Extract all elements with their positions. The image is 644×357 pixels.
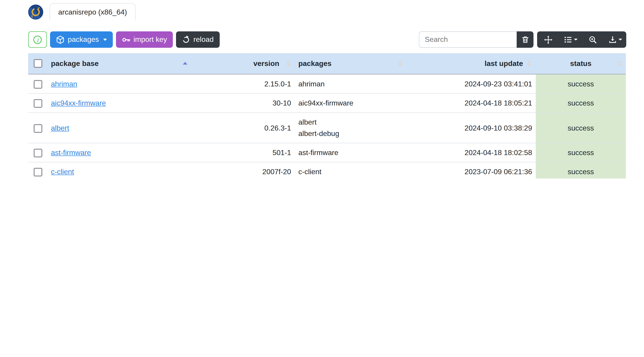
package-version-cell: 2007f-20 <box>191 162 295 178</box>
import-key-button-label: import key <box>134 36 167 44</box>
search-input[interactable] <box>419 32 517 48</box>
zoom-in-icon <box>588 35 597 44</box>
package-name: aic94xx-firmware <box>298 97 403 109</box>
arrows-move-icon <box>544 35 552 44</box>
reload-button-label: reload <box>194 36 214 44</box>
row-checkbox[interactable] <box>34 149 42 158</box>
last-update-cell: 2024-09-10 03:38:29 <box>406 112 536 143</box>
package-name: ahriman <box>298 78 403 90</box>
trash-icon <box>521 36 529 44</box>
column-label: version <box>253 59 279 67</box>
row-select-cell <box>28 112 47 143</box>
last-update-cell: 2024-09-23 03:41:01 <box>406 74 536 94</box>
table-controls-group <box>537 32 626 48</box>
packages-cell: ahriman <box>295 74 406 94</box>
package-base-cell: ast-firmware <box>47 143 191 162</box>
row-select-cell <box>28 162 47 178</box>
status-badge: success <box>536 74 626 94</box>
sort-icon <box>398 61 402 66</box>
column-label: packages <box>298 59 332 67</box>
package-base-link[interactable]: c-client <box>51 168 74 176</box>
column-header-status[interactable]: status <box>536 53 626 74</box>
reload-button[interactable]: reload <box>176 32 220 48</box>
list-columns-icon <box>564 36 572 44</box>
app-logo-icon <box>28 4 43 19</box>
reload-icon <box>182 36 190 44</box>
key-icon <box>122 35 130 44</box>
row-select-cell <box>28 143 47 162</box>
clear-filters-button[interactable] <box>517 32 534 48</box>
sort-ascending-icon <box>183 62 188 64</box>
row-checkbox[interactable] <box>34 168 42 177</box>
package-base-link[interactable]: aic94xx-firmware <box>51 99 106 107</box>
sort-icon <box>528 61 531 66</box>
package-base-link[interactable]: ahriman <box>51 80 77 88</box>
packages-cell: c-client <box>295 162 406 178</box>
package-base-cell: c-client <box>47 162 191 178</box>
package-version-cell: 30-10 <box>191 94 295 112</box>
chevron-down-icon <box>574 39 577 40</box>
row-checkbox[interactable] <box>34 80 42 89</box>
packages-dropdown-button[interactable]: packages <box>50 32 112 48</box>
table-row: aic94xx-firmware30-10aic94xx-firmware202… <box>28 94 626 112</box>
toolbar: i packages import key reload <box>28 32 626 48</box>
package-base-cell: albert <box>47 112 191 143</box>
packages-cell: albertalbert-debug <box>295 112 406 143</box>
packages-cell: aic94xx-firmware <box>295 94 406 112</box>
row-checkbox[interactable] <box>34 99 42 108</box>
row-select-cell <box>28 74 47 94</box>
repo-tab[interactable]: arcanisrepo (x86_64) <box>50 3 136 20</box>
column-label: last update <box>484 59 523 67</box>
packages-table: package base version packages last updat… <box>28 53 626 178</box>
package-version-cell: 501-1 <box>191 143 295 162</box>
info-icon: i <box>33 35 42 44</box>
table-row: c-client2007f-20c-client2023-07-09 06:21… <box>28 162 626 178</box>
row-select-cell <box>28 94 47 112</box>
columns-dropdown-button[interactable] <box>560 32 582 48</box>
package-base-cell: aic94xx-firmware <box>47 94 191 112</box>
column-header-version[interactable]: version <box>191 53 295 74</box>
column-header-package-base[interactable]: package base <box>47 53 191 74</box>
table-header-row: package base version packages last updat… <box>28 53 626 74</box>
export-dropdown-button[interactable] <box>604 32 626 48</box>
topbar: arcanisrepo (x86_64) <box>0 0 644 20</box>
last-update-cell: 2024-04-18 18:02:58 <box>406 143 536 162</box>
packages-button-label: packages <box>68 36 99 44</box>
import-key-button[interactable]: import key <box>116 32 173 48</box>
last-update-cell: 2024-04-18 18:05:21 <box>406 94 536 112</box>
package-base-cell: ahriman <box>47 74 191 94</box>
table-row: ahriman2.15.0-1ahriman2024-09-23 03:41:0… <box>28 74 626 94</box>
table-row: albert0.26.3-1albertalbert-debug2024-09-… <box>28 112 626 143</box>
info-button[interactable]: i <box>28 32 47 48</box>
package-base-link[interactable]: ast-firmware <box>51 149 91 156</box>
package-version-cell: 2.15.0-1 <box>191 74 295 94</box>
column-label: package base <box>51 59 99 67</box>
package-name: albert-debug <box>298 128 403 139</box>
status-badge: success <box>536 94 626 112</box>
table-row: ast-firmware501-1ast-firmware2024-04-18 … <box>28 143 626 162</box>
chevron-down-icon <box>103 38 107 41</box>
search-group <box>419 32 534 48</box>
svg-text:i: i <box>36 36 39 43</box>
package-cube-icon <box>56 35 64 44</box>
column-header-last-update[interactable]: last update <box>406 53 536 74</box>
column-header-packages[interactable]: packages <box>295 53 406 74</box>
package-name: albert <box>298 116 403 128</box>
last-update-cell: 2023-07-09 06:21:36 <box>406 162 536 178</box>
status-badge: success <box>536 162 626 178</box>
packages-cell: ast-firmware <box>295 143 406 162</box>
status-badge: success <box>536 143 626 162</box>
column-label: status <box>570 59 592 67</box>
sort-icon <box>618 61 621 66</box>
toolbar-right <box>419 32 626 48</box>
select-all-header <box>28 53 47 74</box>
row-checkbox[interactable] <box>34 124 42 133</box>
fullscreen-toggle-button[interactable] <box>537 32 560 48</box>
select-all-checkbox[interactable] <box>34 59 42 68</box>
package-base-link[interactable]: albert <box>51 124 69 132</box>
package-version-cell: 0.26.3-1 <box>191 112 295 143</box>
package-name: c-client <box>298 166 403 177</box>
search-toggle-button[interactable] <box>582 32 604 48</box>
sort-icon <box>286 61 290 66</box>
status-badge: success <box>536 112 626 143</box>
